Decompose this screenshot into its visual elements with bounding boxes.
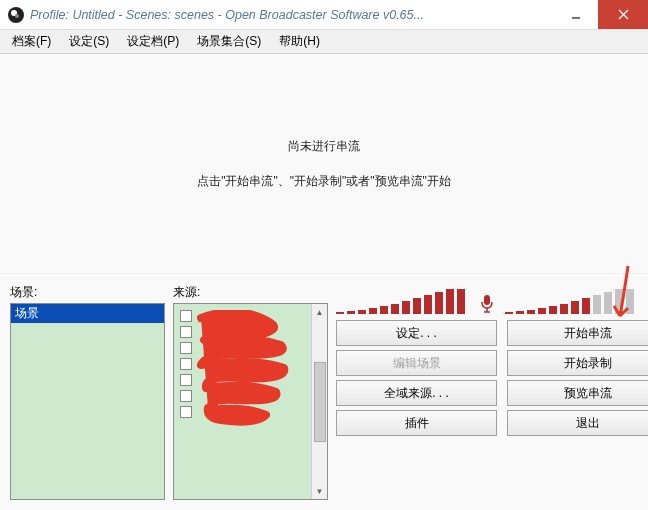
audio-meters xyxy=(336,284,648,314)
plugins-button[interactable]: 插件 xyxy=(336,410,497,436)
meter-bar xyxy=(369,308,377,314)
scenes-panel: 场景: 场景 xyxy=(10,284,165,500)
sources-label: 来源: xyxy=(173,284,328,301)
preview-status-line1: 尚未进行串流 xyxy=(288,138,360,155)
scroll-down-icon[interactable]: ▼ xyxy=(312,483,327,499)
menu-profile[interactable]: 设定档(P) xyxy=(119,30,187,53)
meter-bar xyxy=(582,298,590,314)
menu-file[interactable]: 档案(F) xyxy=(4,30,59,53)
global-sources-button[interactable]: 全域来源. . . xyxy=(336,380,497,406)
meter-bar xyxy=(457,289,465,314)
preview-area: 尚未进行串流 点击"开始串流"、"开始录制"或者"预览串流"开始 xyxy=(0,54,648,274)
preview-stream-button[interactable]: 预览串流 xyxy=(507,380,648,406)
minimize-button[interactable] xyxy=(553,0,598,29)
scene-item[interactable]: 场景 xyxy=(11,304,164,323)
meter-bar xyxy=(538,308,546,314)
scenes-label: 场景: xyxy=(10,284,165,301)
start-record-button[interactable]: 开始录制 ▼ xyxy=(507,350,648,376)
window-buttons xyxy=(553,0,648,29)
bottom-panel: 场景: 场景 来源: xyxy=(0,276,648,510)
close-button[interactable] xyxy=(598,0,648,29)
checkbox-icon[interactable] xyxy=(180,374,192,386)
meter-bar xyxy=(435,292,443,314)
start-stream-button[interactable]: 开始串流 xyxy=(507,320,648,346)
menu-scene-collection[interactable]: 场景集合(S) xyxy=(189,30,269,53)
start-record-label: 开始录制 xyxy=(564,355,612,372)
settings-button[interactable]: 设定. . . xyxy=(336,320,497,346)
meter-bar xyxy=(391,304,399,314)
svg-rect-3 xyxy=(484,295,490,305)
sources-panel: 来源: ▲ ▼ xyxy=(173,284,328,500)
right-panel: 设定. . . 开始串流 编辑场景 开始录制 ▼ 全域来源. . . 预览串流 … xyxy=(336,284,648,500)
meter-bar xyxy=(593,295,601,314)
edit-scene-button: 编辑场景 xyxy=(336,350,497,376)
exit-button[interactable]: 退出 xyxy=(507,410,648,436)
meter-bar xyxy=(560,304,568,314)
sources-listbox[interactable]: ▲ ▼ xyxy=(173,303,328,500)
redaction-scribble xyxy=(196,310,296,430)
checkbox-icon[interactable] xyxy=(180,406,192,418)
checkbox-icon[interactable] xyxy=(180,326,192,338)
app-icon xyxy=(8,7,24,23)
meter-bar xyxy=(505,312,513,314)
meter-bar xyxy=(446,289,454,314)
checkbox-icon[interactable] xyxy=(180,358,192,370)
meter-bar xyxy=(336,312,344,314)
control-buttons: 设定. . . 开始串流 编辑场景 开始录制 ▼ 全域来源. . . 预览串流 … xyxy=(336,320,648,436)
meter-bar xyxy=(424,295,432,314)
window-title: Profile: Untitled - Scenes: scenes - Ope… xyxy=(30,8,553,22)
checkbox-icon[interactable] xyxy=(180,390,192,402)
checkbox-icon[interactable] xyxy=(180,342,192,354)
scroll-up-icon[interactable]: ▲ xyxy=(312,304,327,320)
meter-bar xyxy=(527,310,535,314)
meter-bar xyxy=(516,311,524,314)
meter-bar xyxy=(549,306,557,314)
sources-scrollbar[interactable]: ▲ ▼ xyxy=(311,304,327,499)
mic-icon[interactable] xyxy=(479,294,495,314)
meter-bar xyxy=(571,301,579,314)
checkbox-icon[interactable] xyxy=(180,310,192,322)
preview-status-line2: 点击"开始串流"、"开始录制"或者"预览串流"开始 xyxy=(197,173,451,190)
meter-bar xyxy=(380,306,388,314)
menu-settings[interactable]: 设定(S) xyxy=(61,30,117,53)
scenes-listbox[interactable]: 场景 xyxy=(10,303,165,500)
meter-bar xyxy=(402,301,410,314)
titlebar: Profile: Untitled - Scenes: scenes - Ope… xyxy=(0,0,648,30)
menubar: 档案(F) 设定(S) 设定档(P) 场景集合(S) 帮助(H) xyxy=(0,30,648,54)
scroll-thumb[interactable] xyxy=(314,362,326,442)
meter-bar xyxy=(358,310,366,314)
mic-meter xyxy=(336,289,465,314)
meter-bar xyxy=(347,311,355,314)
meter-bar xyxy=(413,298,421,314)
menu-help[interactable]: 帮助(H) xyxy=(271,30,328,53)
